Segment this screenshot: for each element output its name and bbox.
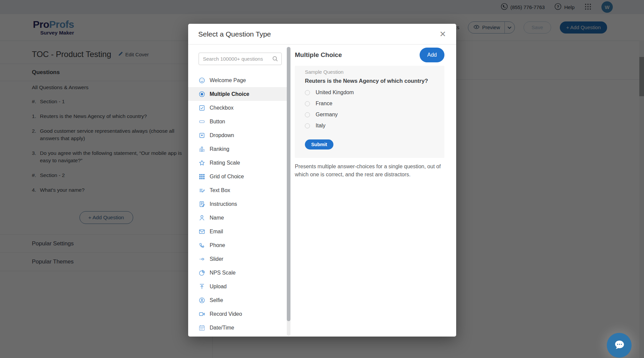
- question-type-text-box[interactable]: Text Box: [188, 183, 287, 197]
- question-type-email[interactable]: Email: [188, 225, 287, 238]
- chat-launcher[interactable]: [607, 333, 632, 358]
- question-type-button[interactable]: Button: [188, 115, 287, 128]
- grid-of-choice-icon: [199, 173, 205, 180]
- modal-body: Welcome Page Multiple Choice Checkbox: [188, 45, 456, 336]
- question-type-label: Slider: [210, 256, 223, 262]
- question-type-grid-of-choice[interactable]: Grid of Choice: [188, 170, 287, 183]
- submit-button[interactable]: Submit: [305, 139, 333, 150]
- slider-icon: [199, 256, 205, 262]
- nps-scale-icon: [199, 270, 205, 276]
- question-type-label: Instructions: [210, 201, 237, 207]
- question-type-label: Welcome Page: [210, 77, 246, 83]
- question-type-welcome-page[interactable]: Welcome Page: [188, 73, 287, 87]
- question-type-label: Multiple Choice: [210, 91, 249, 97]
- sample-question-card: Sample Question Reuters is the News Agen…: [295, 66, 444, 158]
- question-type-ranking[interactable]: Ranking: [188, 142, 287, 156]
- question-type-label: Email: [210, 229, 223, 235]
- modal-title: Select a Question Type: [198, 30, 271, 38]
- question-type-rating-scale[interactable]: Rating Scale: [188, 156, 287, 170]
- search-icon: [272, 56, 278, 63]
- record-video-icon: [199, 311, 205, 317]
- sample-option-label: Germany: [316, 112, 338, 118]
- question-type-name[interactable]: Name: [188, 211, 287, 225]
- email-icon: [199, 228, 205, 235]
- radio-icon[interactable]: [305, 112, 310, 117]
- question-type-nps-scale[interactable]: NPS Scale: [188, 266, 287, 280]
- question-type-checkbox[interactable]: Checkbox: [188, 101, 287, 115]
- sample-option-label: Italy: [316, 123, 325, 129]
- question-type-label: Upload: [210, 284, 227, 290]
- question-type-phone[interactable]: Phone: [188, 238, 287, 252]
- name-icon: [199, 215, 205, 221]
- question-type-label: Dropdown: [210, 132, 234, 138]
- question-type-detail: Multiple Choice Add Sample Question Reut…: [295, 45, 444, 179]
- question-type-list: Welcome Page Multiple Choice Checkbox: [188, 73, 287, 335]
- detail-heading: Multiple Choice: [295, 51, 342, 59]
- dropdown-icon: [199, 132, 205, 139]
- radio-icon[interactable]: [305, 123, 310, 128]
- selfie-icon: [199, 297, 205, 304]
- question-type-sidebar: Welcome Page Multiple Choice Checkbox: [188, 45, 287, 336]
- button-icon: [199, 118, 205, 125]
- ranking-icon: [199, 146, 205, 153]
- question-type-upload[interactable]: Upload: [188, 280, 287, 293]
- modal-header: Select a Question Type ✕: [188, 24, 456, 45]
- radio-icon[interactable]: [305, 101, 310, 106]
- question-type-label: Selfie: [210, 297, 223, 303]
- modal-scrollbar-thumb[interactable]: [287, 47, 290, 321]
- question-type-label: Ranking: [210, 146, 229, 152]
- question-type-label: Phone: [210, 242, 225, 248]
- welcome-page-icon: [199, 77, 205, 84]
- instructions-icon: [199, 201, 205, 207]
- question-type-record-video[interactable]: Record Video: [188, 307, 287, 321]
- question-type-label: Record Video: [210, 311, 242, 317]
- question-type-label: Date/Time: [210, 325, 234, 331]
- question-type-multiple-choice[interactable]: Multiple Choice: [188, 87, 287, 101]
- question-type-selfie[interactable]: Selfie: [188, 293, 287, 307]
- sample-question-label: Sample Question: [305, 69, 436, 75]
- question-type-label: Rating Scale: [210, 160, 240, 166]
- radio-icon[interactable]: [305, 90, 310, 95]
- close-icon[interactable]: ✕: [439, 30, 446, 38]
- modal-scrollbar[interactable]: [287, 47, 290, 336]
- detail-header: Multiple Choice Add: [295, 48, 444, 62]
- question-type-modal: Select a Question Type ✕ Welcome Page: [188, 24, 456, 337]
- phone-icon: [199, 242, 205, 249]
- question-type-label: Button: [210, 119, 225, 125]
- question-type-label: NPS Scale: [210, 270, 235, 276]
- question-type-dropdown[interactable]: Dropdown: [188, 128, 287, 142]
- upload-icon: [199, 283, 205, 290]
- question-type-description: Presents multiple answer-choices for a s…: [295, 163, 444, 179]
- sample-option-label: France: [316, 101, 332, 107]
- question-type-label: Text Box: [210, 187, 230, 193]
- question-type-instructions[interactable]: Instructions: [188, 197, 287, 211]
- add-button[interactable]: Add: [420, 48, 444, 62]
- checkbox-icon: [199, 105, 205, 111]
- sample-option[interactable]: Italy: [305, 122, 436, 130]
- sample-question-text: Reuters is the News Agency of which coun…: [305, 77, 436, 84]
- screen: (855) 776-7763 ? Help W ProProfs Survey …: [0, 0, 644, 358]
- multiple-choice-icon: [199, 91, 205, 98]
- question-type-label: Checkbox: [210, 105, 233, 111]
- question-type-label: Name: [210, 215, 224, 221]
- sample-option[interactable]: France: [305, 100, 436, 108]
- sample-option[interactable]: United Kingdom: [305, 88, 436, 97]
- sample-option-label: United Kingdom: [316, 90, 354, 96]
- search-input[interactable]: [199, 53, 282, 65]
- question-type-date-time[interactable]: Date/Time: [188, 321, 287, 335]
- question-type-label: Grid of Choice: [210, 174, 244, 180]
- search-box: [199, 53, 282, 65]
- question-type-slider[interactable]: Slider: [188, 252, 287, 266]
- chat-bubble-icon: [612, 338, 626, 353]
- text-box-icon: [199, 187, 205, 194]
- sample-options: United Kingdom France Germany: [305, 88, 436, 130]
- rating-scale-icon: [199, 160, 205, 166]
- sample-option[interactable]: Germany: [305, 111, 436, 119]
- date-time-icon: [199, 324, 205, 331]
